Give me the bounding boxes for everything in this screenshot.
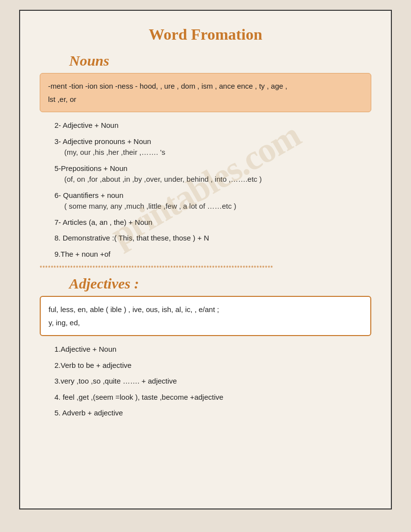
noun-item-7-text: 7- Articles (a, an , the) + Noun xyxy=(54,217,371,228)
noun-item-6-sub: ( some many, any ,much ,little ,few , a … xyxy=(54,201,371,212)
adj-item-4-text: 4. feel ,get ,(seem =look ), taste ,beco… xyxy=(54,392,371,403)
noun-item-3-sub: (my, our ,his ,her ,their ,……. 's xyxy=(54,147,371,158)
page-container: printables.com Word Fromation Nouns -men… xyxy=(19,10,392,509)
adjectives-section-title: Adjectives : xyxy=(40,275,371,292)
noun-item-6-text: 6- Quantifiers + noun xyxy=(54,190,371,201)
noun-item-5-sub: (of, on ,for ,about ,in ,by ,over, under… xyxy=(54,174,371,185)
adjectives-content-area: 1.Adjective + Noun 2.Verb to be + adject… xyxy=(40,344,371,419)
noun-item-6: 6- Quantifiers + noun ( some many, any ,… xyxy=(54,190,371,212)
noun-item-8: 8. Demonstrative :( This, that these, th… xyxy=(54,233,371,244)
divider-dots: ****************************************… xyxy=(40,265,371,271)
nouns-section-title: Nouns xyxy=(40,52,371,69)
adj-item-3: 3.very ,too ,so ,quite ……. + adjective xyxy=(54,376,371,387)
noun-suffixes-line2: lst ,er, or xyxy=(48,93,363,106)
noun-item-3-text: 3- Adjective pronouns + Noun xyxy=(54,136,371,147)
adj-suffixes-box: ful, less, en, able ( ible ) , ive, ous,… xyxy=(40,296,371,336)
noun-item-7: 7- Articles (a, an , the) + Noun xyxy=(54,217,371,228)
adj-item-3-text: 3.very ,too ,so ,quite ……. + adjective xyxy=(54,376,371,387)
adj-item-1-text: 1.Adjective + Noun xyxy=(54,344,371,355)
noun-item-5-text: 5-Prepositions + Noun xyxy=(54,163,371,174)
nouns-content-area: 2- Adjective + Noun 3- Adjective pronoun… xyxy=(40,120,371,260)
adj-item-2: 2.Verb to be + adjective xyxy=(54,360,371,371)
adj-item-4: 4. feel ,get ,(seem =look ), taste ,beco… xyxy=(54,392,371,403)
adj-item-1: 1.Adjective + Noun xyxy=(54,344,371,355)
adj-suffixes-line1: ful, less, en, able ( ible ) , ive, ous,… xyxy=(49,303,362,316)
adj-item-5: 5. Adverb + adjective xyxy=(54,408,371,419)
main-title: Word Fromation xyxy=(40,25,371,44)
noun-item-2: 2- Adjective + Noun xyxy=(54,120,371,131)
noun-item-5: 5-Prepositions + Noun (of, on ,for ,abou… xyxy=(54,163,371,185)
noun-item-9-text: 9.The + noun +of xyxy=(54,249,371,260)
noun-suffixes-line1: -ment -tion -ion sion -ness - hood, , ur… xyxy=(48,79,363,93)
adj-item-2-text: 2.Verb to be + adjective xyxy=(54,360,371,371)
noun-item-9: 9.The + noun +of xyxy=(54,249,371,260)
noun-item-3: 3- Adjective pronouns + Noun (my, our ,h… xyxy=(54,136,371,158)
noun-item-8-text: 8. Demonstrative :( This, that these, th… xyxy=(54,233,371,244)
noun-suffixes-box: -ment -tion -ion sion -ness - hood, , ur… xyxy=(40,73,371,112)
adj-suffixes-line2: y, ing, ed, xyxy=(49,316,362,329)
noun-item-2-text: 2- Adjective + Noun xyxy=(54,120,371,131)
adj-item-5-text: 5. Adverb + adjective xyxy=(54,408,371,419)
